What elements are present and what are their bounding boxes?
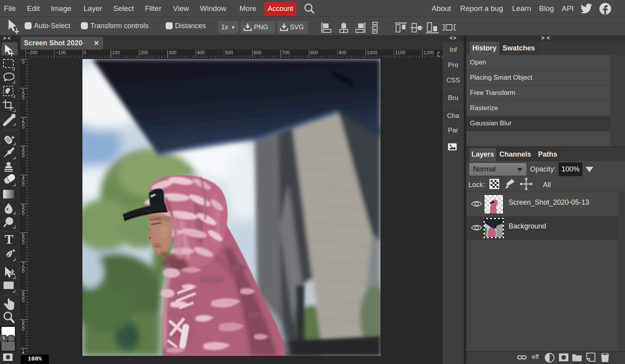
svg-text:0: 0 (84, 50, 86, 55)
svg-text:0: 0 (22, 124, 25, 130)
svg-text:600: 600 (254, 50, 261, 55)
svg-text:0: 0 (22, 327, 25, 332)
svg-text:200: 200 (140, 50, 148, 55)
svg-text:0: 0 (22, 59, 25, 65)
svg-text:1200: 1200 (423, 50, 434, 55)
svg-text:900: 900 (339, 50, 346, 55)
svg-text:1100: 1100 (395, 50, 405, 55)
svg-text:1000: 1000 (367, 50, 377, 55)
svg-text:0: 0 (22, 211, 25, 216)
svg-text:0: 0 (22, 95, 25, 101)
svg-text:0: 0 (22, 298, 25, 303)
svg-text:−100: −100 (55, 50, 66, 55)
svg-text:700: 700 (282, 50, 290, 55)
svg-text:T: T (5, 233, 14, 246)
svg-text:400: 400 (197, 50, 205, 55)
svg-text:300: 300 (169, 50, 177, 55)
svg-text:0: 0 (22, 269, 25, 274)
svg-text:0: 0 (22, 182, 25, 187)
svg-text:100: 100 (112, 50, 120, 55)
svg-text:0: 0 (22, 240, 25, 245)
svg-text:500: 500 (225, 50, 233, 55)
svg-text:−200: −200 (27, 50, 38, 55)
svg-text:0: 0 (22, 153, 25, 159)
svg-text:800: 800 (310, 50, 318, 55)
